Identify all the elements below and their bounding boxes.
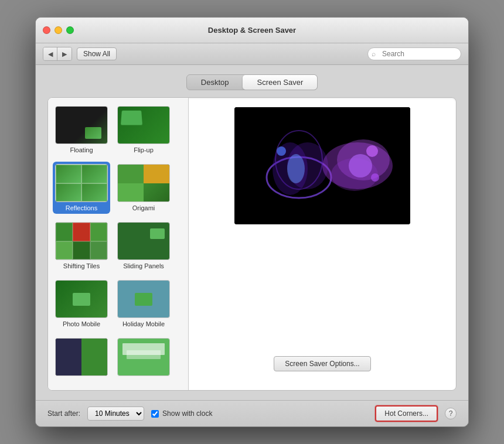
content-area: Desktop Screen Saver Floating Flip-up: [36, 65, 468, 400]
preview-image: [234, 107, 410, 224]
search-wrapper: ⌕: [367, 47, 461, 60]
svg-point-11: [366, 145, 378, 157]
svg-point-12: [371, 173, 379, 182]
svg-point-10: [277, 146, 286, 156]
preview-area: Screen Saver Options...: [189, 98, 456, 390]
show-with-clock-label: Show with clock: [151, 409, 212, 418]
tab-desktop[interactable]: Desktop: [187, 75, 243, 90]
bottom-bar: Start after: 10 Minutes 1 Minute 2 Minut…: [36, 400, 468, 426]
search-icon: ⌕: [372, 50, 376, 58]
show-with-clock-text: Show with clock: [162, 409, 212, 418]
forward-button[interactable]: ▶: [57, 47, 71, 60]
ss-label-reflections: Reflections: [66, 204, 97, 211]
window-title: Desktop & Screen Saver: [208, 26, 296, 35]
ss-item-sliding-panels[interactable]: Sliding Panels: [115, 220, 172, 272]
ss-thumb-photo-mobile: [55, 280, 108, 318]
ss-thumb-lastrow1: [55, 338, 108, 376]
ss-thumb-shifting: [55, 222, 108, 260]
ss-item-lastrow2[interactable]: [115, 336, 172, 378]
start-after-label: Start after:: [47, 409, 80, 418]
titlebar: Desktop & Screen Saver: [36, 18, 468, 43]
close-button[interactable]: [43, 26, 50, 34]
traffic-lights: [43, 26, 74, 34]
ss-item-photo-mobile[interactable]: Photo Mobile: [53, 278, 110, 330]
search-input[interactable]: [367, 47, 461, 60]
main-window: Desktop & Screen Saver ◀ ▶ Show All ⌕ De…: [35, 17, 469, 427]
main-panel: Floating Flip-up Reflections: [47, 97, 457, 391]
ss-row-3: Shifting Tiles Sliding Panels: [53, 220, 183, 278]
toolbar: ◀ ▶ Show All ⌕: [36, 43, 468, 65]
ss-thumb-lastrow2: [117, 338, 170, 376]
help-button[interactable]: ?: [445, 408, 457, 419]
ss-item-origami[interactable]: Origami: [115, 162, 172, 214]
back-button[interactable]: ◀: [43, 47, 57, 60]
ss-label-holiday-mobile: Holiday Mobile: [122, 320, 165, 327]
ss-item-holiday-mobile[interactable]: Holiday Mobile: [115, 278, 172, 330]
ss-item-lastrow1[interactable]: [53, 336, 110, 378]
svg-point-9: [349, 154, 372, 177]
ss-label-flipup: Flip-up: [134, 146, 154, 153]
ss-item-flipup[interactable]: Flip-up: [115, 104, 172, 156]
tab-screensaver[interactable]: Screen Saver: [243, 75, 317, 90]
tab-group: Desktop Screen Saver: [186, 74, 318, 90]
ss-row-2: Reflections Origami: [53, 162, 183, 220]
maximize-button[interactable]: [66, 26, 74, 34]
ss-label-floating: Floating: [70, 146, 93, 153]
screen-saver-options-button[interactable]: Screen Saver Options...: [274, 356, 370, 371]
ss-row-4: Photo Mobile Holiday Mobile: [53, 278, 183, 336]
ss-thumb-flipup: [117, 106, 170, 144]
hot-corners-button[interactable]: Hot Corners...: [375, 405, 438, 422]
ss-label-origami: Origami: [132, 204, 155, 211]
tab-bar: Desktop Screen Saver: [47, 74, 457, 90]
ss-item-shifting-tiles[interactable]: Shifting Tiles: [53, 220, 110, 272]
show-with-clock-checkbox[interactable]: [151, 410, 159, 418]
screensaver-list: Floating Flip-up Reflections: [48, 98, 189, 390]
ss-label-shifting-tiles: Shifting Tiles: [63, 262, 100, 269]
ss-label-sliding-panels: Sliding Panels: [123, 262, 164, 269]
duration-select[interactable]: 10 Minutes 1 Minute 2 Minutes 5 Minutes …: [87, 407, 144, 421]
ss-item-reflections[interactable]: Reflections: [53, 162, 110, 214]
ss-thumb-floating: [55, 106, 108, 144]
ss-thumb-holiday-mobile: [117, 280, 170, 318]
ss-row-5: [53, 336, 183, 384]
ss-item-floating[interactable]: Floating: [53, 104, 110, 156]
ss-label-photo-mobile: Photo Mobile: [63, 320, 100, 327]
nav-buttons: ◀ ▶: [43, 47, 72, 61]
ss-thumb-origami: [117, 164, 170, 202]
svg-point-8: [287, 154, 305, 183]
ss-thumb-reflections: [55, 164, 108, 202]
show-all-button[interactable]: Show All: [77, 47, 117, 60]
minimize-button[interactable]: [55, 26, 62, 34]
ss-thumb-sliding: [117, 222, 170, 260]
ss-row-1: Floating Flip-up: [53, 104, 183, 162]
